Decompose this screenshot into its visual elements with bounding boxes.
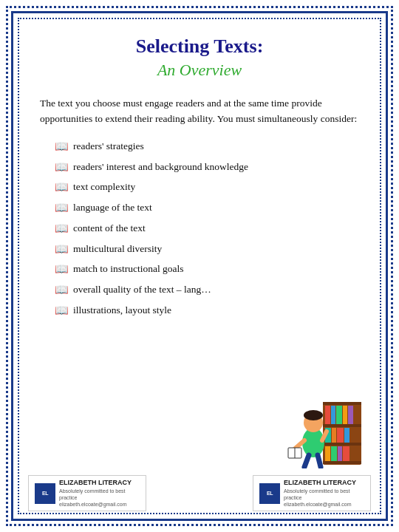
slide-subtitle: An Overview: [40, 61, 359, 80]
svg-rect-3: [323, 443, 361, 446]
book-icon: 📖: [55, 262, 69, 278]
list-item-text: language of the text: [73, 200, 152, 215]
list-item: 📖content of the text: [55, 221, 359, 237]
svg-point-20: [304, 410, 323, 420]
svg-rect-17: [343, 446, 349, 461]
list-item-text: match to instructional goals: [73, 262, 184, 276]
svg-rect-7: [336, 406, 342, 424]
list-item: 📖multicultural diversity: [55, 242, 359, 258]
svg-rect-16: [338, 446, 342, 461]
footer-logo-icon-right: EL: [259, 483, 280, 504]
svg-rect-13: [344, 428, 349, 443]
svg-rect-1: [323, 402, 361, 405]
footer-logo-right: EL ELIZABETH LITERACY Absolutely committ…: [253, 475, 371, 511]
svg-rect-6: [331, 406, 335, 424]
list-item: 📖readers' strategies: [55, 139, 359, 155]
book-icon: 📖: [55, 139, 69, 155]
footer-logo-icon-left: EL: [35, 483, 55, 504]
svg-rect-4: [323, 461, 361, 464]
svg-rect-12: [337, 428, 344, 443]
list-item-text: text complexity: [73, 180, 135, 194]
list-item: 📖language of the text: [55, 200, 359, 216]
list-item-text: content of the text: [73, 221, 146, 236]
list-item: 📖text complexity: [55, 180, 359, 196]
book-icon: 📖: [55, 200, 69, 216]
svg-rect-2: [323, 424, 361, 427]
list-item-text: readers' strategies: [73, 139, 144, 154]
book-icon: 📖: [55, 303, 69, 319]
svg-rect-8: [343, 406, 347, 424]
list-item-text: readers' interest and background knowled…: [73, 160, 248, 174]
svg-rect-14: [325, 446, 330, 461]
slide-title: Selecting Texts:: [40, 35, 359, 58]
footer: EL ELIZABETH LITERACY Absolutely committ…: [13, 475, 386, 511]
list-item: 📖match to instructional goals: [55, 262, 359, 278]
book-icon: 📖: [55, 180, 69, 196]
list-item: 📖illustrations, layout style: [55, 303, 359, 319]
svg-line-23: [304, 455, 309, 467]
list-item-text: overall quality of the text – lang…: [73, 282, 211, 297]
svg-line-24: [318, 455, 321, 467]
reading-figure: [282, 387, 364, 468]
book-icon: 📖: [55, 282, 69, 299]
footer-logo-text-right: ELIZABETH LITERACY Absolutely committed …: [284, 479, 364, 508]
list-item: 📖overall quality of the text – lang…: [55, 282, 359, 299]
slide-container: Selecting Texts: An Overview The text yo…: [11, 11, 388, 521]
svg-rect-5: [325, 406, 330, 424]
list-item-text: multicultural diversity: [73, 242, 162, 256]
svg-rect-15: [331, 446, 337, 461]
list-item: 📖readers' interest and background knowle…: [55, 160, 359, 176]
svg-rect-11: [332, 428, 336, 443]
book-icon: 📖: [55, 221, 69, 237]
list-item-text: illustrations, layout style: [73, 303, 171, 318]
intro-paragraph: The text you choose must engage readers …: [40, 96, 359, 127]
book-icon: 📖: [55, 160, 69, 176]
book-icon: 📖: [55, 242, 69, 258]
svg-rect-9: [348, 406, 353, 424]
footer-logo-text-left: ELIZABETH LITERACY Absolutely committed …: [59, 479, 140, 508]
footer-logo-left: EL ELIZABETH LITERACY Absolutely committ…: [28, 475, 146, 511]
